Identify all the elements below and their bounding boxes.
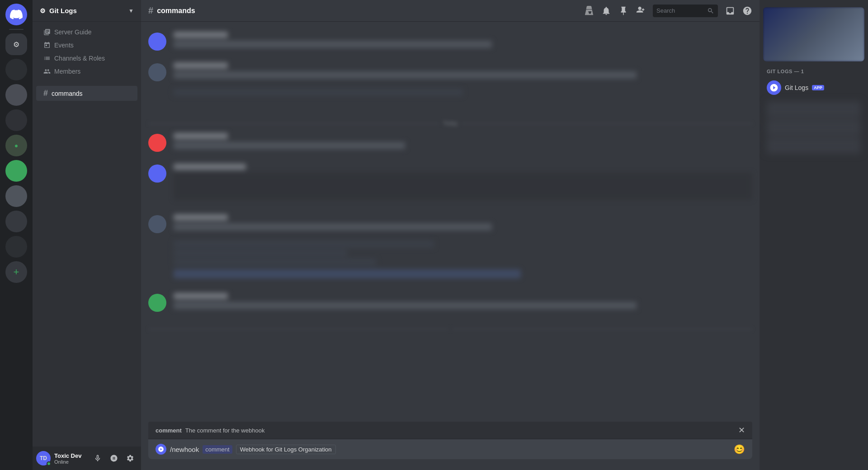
sidebar-item-server-guide[interactable]: Server Guide [36, 26, 137, 38]
rp-blur-2 [767, 119, 861, 136]
server-icon-4[interactable] [5, 109, 27, 131]
tooltip-close-button[interactable]: ✕ [738, 425, 745, 435]
sidebar-item-members-label: Members [54, 68, 80, 75]
search-bar-placeholder: Search [656, 7, 703, 14]
message-input-box[interactable]: /newhook comment Webhook for Git Logs Or… [148, 439, 752, 459]
sidebar-item-members[interactable]: Members [36, 65, 137, 78]
channel-header-hash: # [148, 5, 153, 16]
channel-sidebar: ⚙ Git Logs ▼ Server Guide Events Channel… [33, 0, 141, 470]
git-logs-server-icon[interactable]: ⚙ [5, 33, 27, 55]
message-6 [141, 213, 760, 231]
threads-button[interactable] [584, 6, 594, 16]
server-icon-5[interactable]: ● [5, 135, 27, 156]
people-icon [43, 68, 51, 75]
tooltip-description: The comment for the webhook [185, 427, 265, 434]
emoji-button[interactable]: 😊 [734, 444, 745, 455]
server-header[interactable]: ⚙ Git Logs ▼ [33, 0, 141, 22]
server-icon-6[interactable] [5, 160, 27, 182]
right-panel-blurred-content [763, 98, 864, 463]
message-8 [141, 292, 760, 310]
user-panel-actions [90, 451, 137, 465]
avatar-5 [148, 164, 166, 183]
message-3 [141, 88, 760, 106]
search-bar[interactable]: Search [653, 5, 718, 17]
user-status-dot [47, 461, 51, 466]
header-actions: Search [584, 5, 752, 17]
message-1-content [174, 32, 752, 48]
avatar-2 [148, 63, 166, 81]
message-2-content [174, 62, 752, 79]
sidebar-item-events[interactable]: Events [36, 39, 137, 52]
book-icon [43, 28, 51, 36]
channel-item-commands-label: commands [52, 90, 82, 97]
timestamp-divider-2 [141, 325, 760, 333]
add-server-button[interactable]: + [5, 261, 27, 283]
command-name: /newhook [170, 446, 199, 453]
server-icon-7[interactable] [5, 185, 27, 207]
user-avatar-initials: TD [40, 455, 47, 461]
avatar-1 [148, 33, 166, 51]
member-item-git-logs[interactable]: Git Logs APP [763, 78, 864, 98]
message-1 [141, 31, 760, 49]
channel-hash-icon: # [43, 89, 48, 98]
member-list-button[interactable] [636, 6, 646, 16]
user-name: Toxic Dev [54, 452, 87, 459]
message-5 [141, 163, 760, 201]
user-settings-button[interactable] [123, 451, 137, 465]
user-info: Toxic Dev Online [54, 452, 87, 465]
pin-button[interactable] [618, 6, 628, 16]
sidebar-item-channels-roles-label: Channels & Roles [54, 55, 105, 62]
channel-list: Server Guide Events Channels & Roles Mem… [33, 22, 141, 446]
message-7-content [174, 240, 752, 278]
server-icon-8[interactable] [5, 211, 27, 232]
list-icon [43, 55, 51, 62]
server-settings-icon: ⚙ [40, 7, 46, 14]
server-sidebar: ⚙ ● + [0, 0, 33, 470]
slash-command-display: /newhook comment Webhook for Git Logs Or… [170, 445, 336, 454]
avatar-4 [148, 134, 166, 152]
sidebar-item-server-guide-label: Server Guide [54, 28, 91, 36]
search-icon [707, 7, 714, 14]
members-section-title: GIT LOGS — 1 [763, 69, 864, 74]
command-tooltip: comment The comment for the webhook ✕ [148, 422, 752, 439]
rp-blur-3 [767, 137, 861, 154]
calendar-icon [43, 42, 51, 49]
channel-header-name: commands [157, 7, 195, 15]
mute-button[interactable] [90, 451, 105, 465]
channel-header: # commands [141, 0, 760, 22]
server-icon-2[interactable] [5, 59, 27, 80]
user-status: Online [54, 459, 87, 465]
server-icon-9[interactable] [5, 236, 27, 258]
user-panel: TD Toxic Dev Online [33, 446, 141, 470]
notification-settings-button[interactable] [601, 6, 611, 16]
channel-item-commands[interactable]: # commands 👤 ⚙ [36, 86, 137, 101]
command-tag: comment [203, 445, 232, 454]
server-divider [9, 29, 24, 30]
app-badge: APP [812, 85, 824, 90]
right-panel: GIT LOGS — 1 Git Logs APP [760, 0, 868, 470]
user-avatar[interactable]: TD [36, 451, 51, 465]
rp-blur-1 [767, 101, 861, 118]
timestamp-divider-1: Today [141, 117, 760, 130]
main-content: # commands [141, 0, 760, 470]
bot-avatar-input [156, 444, 166, 455]
tooltip-param: comment [156, 427, 182, 434]
sidebar-item-channels-roles[interactable]: Channels & Roles [36, 52, 137, 65]
git-logs-bot-avatar [767, 80, 781, 95]
message-3-content [174, 89, 752, 96]
input-area: comment The comment for the webhook ✕ /n… [141, 422, 760, 470]
server-banner [763, 7, 864, 61]
deafen-button[interactable] [107, 451, 121, 465]
messages-area[interactable]: Today [141, 22, 760, 422]
message-7 [141, 240, 760, 279]
help-button[interactable] [742, 6, 752, 16]
server-header-chevron-icon: ▼ [128, 8, 134, 14]
inbox-button[interactable] [725, 6, 735, 16]
server-thumbnail [763, 7, 864, 61]
message-8-content [174, 293, 752, 309]
message-6-content [174, 214, 752, 230]
server-icon-3[interactable] [5, 84, 27, 106]
discord-home-button[interactable] [5, 4, 27, 25]
command-value[interactable]: Webhook for Git Logs Organization [236, 445, 336, 454]
message-4 [141, 132, 760, 150]
